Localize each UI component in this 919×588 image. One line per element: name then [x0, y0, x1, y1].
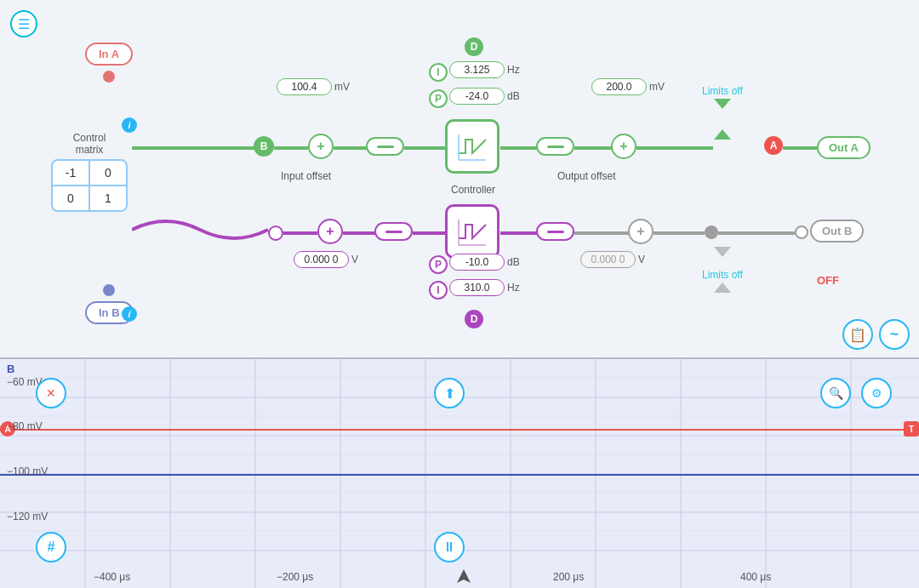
- purple-line-1: [283, 231, 317, 235]
- x-label-200p: 200 μs: [553, 571, 584, 583]
- limits-off-a-text: Limits off: [702, 85, 743, 97]
- log-icon: 📋: [849, 327, 866, 343]
- minus-block-b[interactable]: [374, 222, 413, 241]
- gain-p-unit: dB: [507, 256, 520, 268]
- plus-block-a2[interactable]: +: [611, 134, 636, 159]
- chart-close-btn[interactable]: ✕: [36, 378, 66, 408]
- minus-block-b2[interactable]: [536, 222, 574, 241]
- green-line-8: [783, 146, 817, 150]
- x-label-200: −200 μs: [277, 571, 313, 583]
- input-offset-label-a: Input offset: [281, 170, 331, 182]
- control-matrix: Control matrix -1 0 0 1: [51, 132, 128, 212]
- output-offset-field-a: mV: [591, 78, 665, 95]
- chart-blue-line: [0, 474, 919, 476]
- chart-grid-btn[interactable]: #: [36, 532, 66, 562]
- in-a-label[interactable]: In A: [85, 43, 133, 66]
- info-icon-a[interactable]: i: [122, 117, 137, 133]
- controller-icon-b: [454, 213, 491, 250]
- svg-marker-24: [457, 569, 471, 583]
- controller-block-a[interactable]: [445, 119, 499, 174]
- freq-i-unit: Hz: [507, 282, 520, 294]
- pid-p-green: P: [429, 89, 448, 108]
- pid-i-green: I: [429, 63, 448, 82]
- minus-block-a2[interactable]: [536, 137, 574, 156]
- chart-panel: B A T −60 mV −80 mV −100 mV −120 mV: [0, 357, 919, 588]
- minus-block-a[interactable]: [366, 137, 404, 156]
- controller-label-a: Controller: [451, 184, 495, 196]
- input-a-node: In A: [85, 43, 133, 83]
- output-offset-input-a[interactable]: [591, 78, 647, 95]
- limit-arrow-up-a[interactable]: [714, 129, 731, 140]
- output-offset-unit-a: mV: [649, 81, 665, 93]
- log-icon-btn[interactable]: 📋: [842, 319, 873, 350]
- d-circle-top: D: [465, 37, 483, 56]
- a-circle[interactable]: A: [764, 136, 783, 155]
- chart-red-line: [0, 429, 919, 431]
- limit-arrow-up-b[interactable]: [714, 283, 731, 293]
- chart-search-btn[interactable]: 🔍: [820, 378, 851, 408]
- input-offset-input-a[interactable]: [277, 78, 332, 95]
- green-line-3: [334, 146, 368, 150]
- pid-i-purple: I: [429, 281, 448, 300]
- purple-line-4: [500, 231, 539, 235]
- matrix-cell-10[interactable]: 0: [53, 186, 88, 210]
- input-offset-unit-b: V: [351, 254, 358, 265]
- sliders-icon: ⚙: [871, 386, 882, 400]
- top-panel: ☰ In A i In B i Control matrix -1 0 0 1 …: [0, 0, 919, 357]
- info-icon-b[interactable]: i: [122, 306, 137, 322]
- plus-block-a[interactable]: +: [308, 134, 334, 159]
- y-label-120: −120 mV: [7, 511, 48, 522]
- menu-icon: ☰: [18, 16, 30, 32]
- output-offset-unit-b: V: [638, 254, 645, 265]
- pause-icon: ⏸: [442, 539, 456, 555]
- matrix-cell-01[interactable]: 0: [90, 161, 126, 185]
- search-icon: 🔍: [829, 386, 843, 400]
- purple-line-3: [413, 231, 447, 235]
- b-circle[interactable]: B: [254, 136, 274, 157]
- input-offset-input-b[interactable]: [294, 251, 349, 268]
- chart-upload-btn[interactable]: ⬆: [434, 378, 465, 408]
- chart-sliders-btn[interactable]: ⚙: [861, 378, 892, 408]
- minus-bar-b: [385, 231, 402, 233]
- minus-bar-a: [377, 146, 394, 148]
- green-line-2: [274, 146, 308, 150]
- freq-i-input[interactable]: [449, 279, 505, 296]
- gain-p-input[interactable]: [449, 254, 505, 271]
- trend-icon-btn[interactable]: ~: [879, 319, 910, 350]
- limits-off-a[interactable]: Limits off: [702, 85, 743, 140]
- green-line-1: [132, 146, 264, 150]
- menu-button[interactable]: ☰: [10, 10, 37, 37]
- matrix-cell-00[interactable]: -1: [53, 161, 88, 185]
- plus-block-b[interactable]: +: [317, 219, 343, 244]
- gain-input-green[interactable]: [449, 88, 505, 105]
- gain-field-green: dB: [449, 88, 520, 105]
- plus-block-b2[interactable]: +: [628, 219, 654, 244]
- limit-arrow-down-a[interactable]: [714, 99, 731, 109]
- matrix-cell-11[interactable]: 1: [90, 186, 126, 210]
- in-a-dot[interactable]: [103, 71, 115, 83]
- matrix-label: Control matrix: [51, 132, 128, 156]
- green-line-5: [500, 146, 539, 150]
- green-line-6: [574, 146, 613, 150]
- limit-arrow-down-b[interactable]: [714, 247, 731, 257]
- y-label-100: −100 mV: [7, 465, 48, 477]
- green-line-7: [636, 146, 713, 150]
- chart-pause-btn[interactable]: ⏸: [434, 532, 465, 562]
- out-b-node[interactable]: Out B: [810, 220, 864, 243]
- gain-unit-green: dB: [507, 90, 520, 102]
- limits-off-b[interactable]: Limits off: [702, 247, 743, 293]
- freq-input-green[interactable]: [449, 61, 505, 78]
- d-circle-bot: D: [465, 310, 483, 328]
- out-a-node[interactable]: Out A: [817, 136, 870, 159]
- y-label-80: −80 mV: [7, 420, 43, 432]
- gray-line-3: [718, 231, 795, 235]
- trend-icon: ~: [890, 326, 899, 344]
- freq-field-green: Hz: [449, 61, 520, 78]
- output-offset-input-b[interactable]: [580, 251, 636, 268]
- controller-icon-a: [454, 128, 491, 165]
- input-offset-unit-a: mV: [334, 81, 350, 93]
- purple-line-2: [343, 231, 377, 235]
- upload-icon: ⬆: [444, 385, 455, 402]
- controller-block-b[interactable]: [445, 204, 499, 259]
- in-b-dot[interactable]: [103, 284, 115, 296]
